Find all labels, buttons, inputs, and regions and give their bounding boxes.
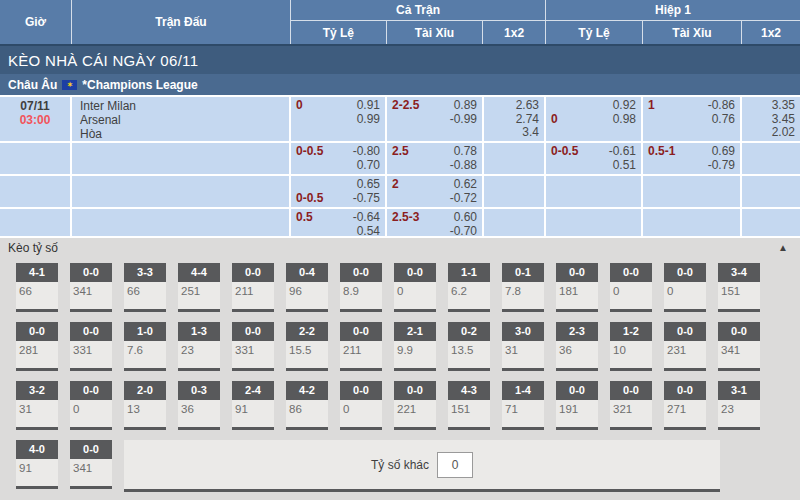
match-time-cell: 07/1103:00 xyxy=(0,97,72,141)
odds-cell-h1-1x2[interactable]: 3.353.452.02 xyxy=(742,97,800,141)
score-box[interactable]: 1-323 xyxy=(178,322,220,371)
score-box[interactable]: 3-366 xyxy=(124,263,166,312)
score-box[interactable]: 0-0211 xyxy=(340,322,382,371)
score-box[interactable]: 0-17.8 xyxy=(502,263,544,312)
score-odds-value: 23 xyxy=(178,341,220,371)
score-label: 0-0 xyxy=(70,440,112,459)
odds-cell-h1-ou[interactable]: 0.5-10.69-0.79 xyxy=(643,143,742,174)
score-box[interactable]: 0-336 xyxy=(178,381,220,430)
odds-cell-ft-ou[interactable]: 2.50.78-0.88 xyxy=(387,143,484,174)
league-region: Châu Âu xyxy=(8,78,57,92)
score-label: 2-2 xyxy=(286,322,328,341)
score-label: 0-0 xyxy=(610,381,652,400)
score-odds-value: 36 xyxy=(556,341,598,371)
score-odds-value: 96 xyxy=(286,282,328,312)
score-box[interactable]: 4-3151 xyxy=(448,381,490,430)
column-header-ft-handicap: Tỷ Lệ xyxy=(291,21,387,44)
score-odds-value: 31 xyxy=(502,341,544,371)
correct-score-section: Kèo tỷ số ▲ 4-1660-03413-3664-42510-0211… xyxy=(0,238,800,500)
column-header-h1-1x2: 1x2 xyxy=(742,21,800,44)
match-teams-cell[interactable]: Inter MilanArsenalHòa xyxy=(72,97,291,141)
handicap-label: 2 xyxy=(392,178,399,192)
score-odds-value: 31 xyxy=(16,400,58,430)
score-box[interactable]: 2-336 xyxy=(556,322,598,371)
odds-line: 3.45 xyxy=(747,113,795,127)
score-box[interactable]: 0-00 xyxy=(610,263,652,312)
score-box[interactable]: 0-0341 xyxy=(70,263,112,312)
score-box[interactable]: 2-491 xyxy=(232,381,274,430)
score-box[interactable]: 2-013 xyxy=(124,381,166,430)
odds-cell-h1-hdp[interactable]: 0.9200.98 xyxy=(546,97,643,141)
score-box[interactable]: 0-0341 xyxy=(70,440,112,492)
odds-cell-ft-hdp[interactable]: 0.5-0.640.54 xyxy=(291,209,387,236)
score-box[interactable]: 2-215.5 xyxy=(286,322,328,371)
score-label: 0-0 xyxy=(340,322,382,341)
score-box[interactable]: 0-0331 xyxy=(232,322,274,371)
odds-cell-ft-hdp[interactable]: 0-0.5-0.800.70 xyxy=(291,143,387,174)
other-score-cell: Tỷ số khác0 xyxy=(124,440,720,492)
handicap-label: 0 xyxy=(296,99,303,113)
score-box[interactable]: 0-0271 xyxy=(664,381,706,430)
odds-cell-ft-ou[interactable]: 2.5-30.60-0.70 xyxy=(387,209,484,236)
score-box[interactable]: 0-08.9 xyxy=(340,263,382,312)
score-box[interactable]: 4-091 xyxy=(16,440,58,492)
score-box[interactable]: 4-166 xyxy=(16,263,58,312)
odds-value: 0.54 xyxy=(357,225,380,239)
score-box[interactable]: 0-496 xyxy=(286,263,328,312)
score-box[interactable]: 3-231 xyxy=(16,381,58,430)
odds-cell-h1-hdp[interactable]: 0-0.5-0.610.51 xyxy=(546,143,643,174)
odds-value: 0.62 xyxy=(454,178,477,192)
odds-cell-ft-ou[interactable]: 2-2.50.89-0.99 xyxy=(387,97,484,141)
score-box[interactable]: 3-123 xyxy=(718,381,760,430)
correct-score-header: Kèo tỷ số ▲ xyxy=(0,238,800,257)
score-box[interactable]: 1-210 xyxy=(610,322,652,371)
league-bar[interactable]: Châu Âu ✶ *Champions League xyxy=(0,74,800,95)
score-box[interactable]: 1-07.6 xyxy=(124,322,166,371)
score-box[interactable]: 0-0231 xyxy=(664,322,706,371)
score-label: 0-0 xyxy=(394,381,436,400)
score-odds-value: 271 xyxy=(664,400,706,430)
team-name: Inter Milan xyxy=(80,99,284,113)
odds-cell-ft-hdp[interactable]: 00.910.99 xyxy=(291,97,387,141)
score-label: 4-4 xyxy=(178,263,220,282)
chevron-up-icon[interactable]: ▲ xyxy=(778,242,788,253)
score-box[interactable]: 0-00 xyxy=(70,381,112,430)
handicap-label: 0.5-1 xyxy=(648,145,675,159)
score-box[interactable]: 1-471 xyxy=(502,381,544,430)
odds-cell-ft-ou[interactable]: 20.62-0.72 xyxy=(387,176,484,207)
score-odds-value: 10 xyxy=(610,341,652,371)
other-score-value-box[interactable]: 0 xyxy=(437,452,473,478)
score-box[interactable]: 0-00 xyxy=(394,263,436,312)
odds-cell-h1-ou[interactable]: 1-0.860.76 xyxy=(643,97,742,141)
score-box[interactable]: 0-213.5 xyxy=(448,322,490,371)
score-odds-value: 231 xyxy=(664,341,706,371)
score-box[interactable]: 0-0341 xyxy=(718,322,760,371)
odds-cell-ft-hdp[interactable]: 0.650-0.5-0.75 xyxy=(291,176,387,207)
score-box[interactable]: 0-0221 xyxy=(394,381,436,430)
score-box[interactable]: 0-0181 xyxy=(556,263,598,312)
score-box[interactable]: 0-0211 xyxy=(232,263,274,312)
odds-line: 2.74 xyxy=(489,113,539,127)
score-box[interactable]: 3-4151 xyxy=(718,263,760,312)
score-box[interactable]: 0-0191 xyxy=(556,381,598,430)
score-box[interactable]: 0-0331 xyxy=(70,322,112,371)
score-row: 4-1660-03413-3664-42510-02110-4960-08.90… xyxy=(16,263,800,312)
score-box[interactable]: 4-4251 xyxy=(178,263,220,312)
score-label: 0-0 xyxy=(70,322,112,341)
score-box[interactable]: 0-00 xyxy=(340,381,382,430)
odds-line: 0.99 xyxy=(296,113,380,127)
score-label: 3-2 xyxy=(16,381,58,400)
score-odds-value: 341 xyxy=(70,459,112,489)
team-name: Hòa xyxy=(80,127,284,141)
score-box[interactable]: 0-0281 xyxy=(16,322,58,371)
column-header-ft-over-under: Tài Xỉu xyxy=(387,21,484,44)
score-box[interactable]: 1-16.2 xyxy=(448,263,490,312)
score-box[interactable]: 0-00 xyxy=(664,263,706,312)
score-box[interactable]: 3-031 xyxy=(502,322,544,371)
score-box[interactable]: 4-286 xyxy=(286,381,328,430)
score-box[interactable]: 0-0321 xyxy=(610,381,652,430)
odds-value: 0.78 xyxy=(454,145,477,159)
odds-cell-ft-1x2[interactable]: 2.632.743.4 xyxy=(484,97,546,141)
correct-score-title: Kèo tỷ số xyxy=(8,241,58,255)
score-box[interactable]: 2-19.9 xyxy=(394,322,436,371)
